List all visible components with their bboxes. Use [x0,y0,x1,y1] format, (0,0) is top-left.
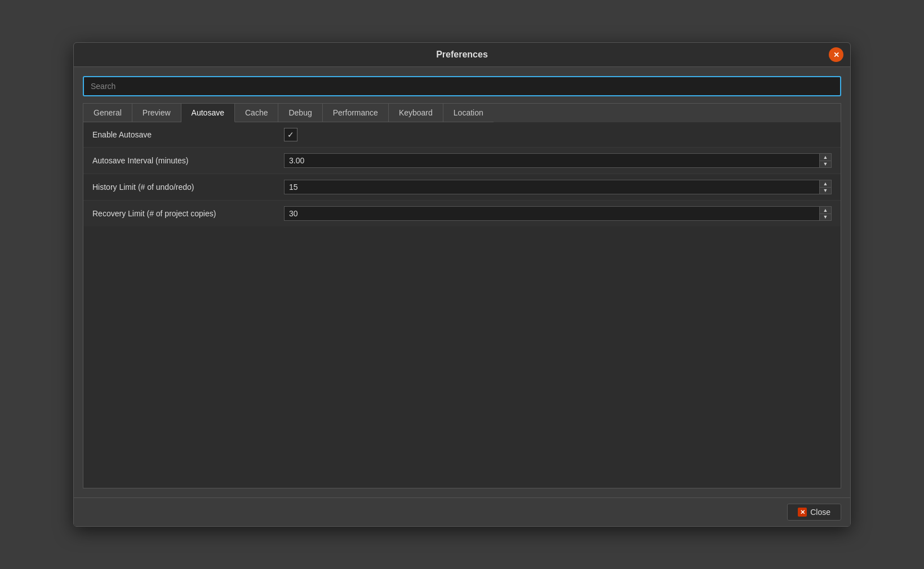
down-arrow-icon: ▼ [823,161,828,167]
enable-autosave-label: Enable Autosave [92,130,284,139]
autosave-interval-value: ▲ ▼ [284,153,832,168]
enable-autosave-checkbox[interactable]: ✓ [284,128,297,141]
titlebar-close-button[interactable]: ✕ [829,47,843,62]
dialog-title: Preferences [436,50,488,60]
settings-row-history-limit: History Limit (# of undo/redo) ▲ ▼ [83,174,841,201]
tab-preview[interactable]: Preview [132,104,181,122]
history-limit-spinbox-buttons: ▲ ▼ [819,180,831,194]
tab-general[interactable]: General [83,104,132,122]
recovery-limit-increment[interactable]: ▲ [820,207,831,214]
dialog-titlebar: Preferences ✕ [74,43,850,67]
autosave-interval-spinbox: ▲ ▼ [284,153,832,168]
enable-autosave-value: ✓ [284,128,832,141]
dialog-body: General Preview Autosave Cache Debug Per… [74,67,850,497]
close-button-label: Close [810,508,830,517]
tab-content-autosave: Enable Autosave ✓ Autosave Interval (min… [83,122,841,488]
autosave-interval-label: Autosave Interval (minutes) [92,156,284,165]
close-x-symbol: ✕ [800,509,805,516]
autosave-interval-input[interactable] [285,154,819,167]
recovery-limit-spinbox: ▲ ▼ [284,206,832,221]
history-limit-spinbox: ▲ ▼ [284,180,832,194]
dialog-footer: ✕ Close [74,497,850,526]
history-limit-increment[interactable]: ▲ [820,180,831,188]
tab-debug[interactable]: Debug [278,104,322,122]
history-limit-value: ▲ ▼ [284,180,832,194]
tabs-bar: General Preview Autosave Cache Debug Per… [83,103,841,122]
close-button[interactable]: ✕ Close [787,504,841,521]
settings-row-autosave-interval: Autosave Interval (minutes) ▲ ▼ [83,148,841,174]
up-arrow-icon: ▲ [823,181,828,186]
autosave-interval-increment[interactable]: ▲ [820,154,831,161]
close-button-x-icon: ✕ [798,508,807,517]
history-limit-decrement[interactable]: ▼ [820,188,831,194]
autosave-interval-decrement[interactable]: ▼ [820,161,831,168]
autosave-interval-spinbox-buttons: ▲ ▼ [819,154,831,167]
down-arrow-icon: ▼ [823,188,828,193]
tab-performance[interactable]: Performance [323,104,389,122]
tab-keyboard[interactable]: Keyboard [389,104,443,122]
recovery-limit-label: Recovery Limit (# of project copies) [92,209,284,218]
recovery-limit-value: ▲ ▼ [284,206,832,221]
preferences-dialog: Preferences ✕ General Preview Autosave C… [73,42,851,527]
titlebar-close-icon: ✕ [833,51,839,59]
settings-row-recovery-limit: Recovery Limit (# of project copies) ▲ ▼ [83,201,841,226]
up-arrow-icon: ▲ [823,207,828,213]
history-limit-label: History Limit (# of undo/redo) [92,183,284,192]
tab-cache[interactable]: Cache [235,104,278,122]
recovery-limit-spinbox-buttons: ▲ ▼ [819,207,831,220]
search-input[interactable] [83,76,841,96]
recovery-limit-input[interactable] [285,207,819,220]
recovery-limit-decrement[interactable]: ▼ [820,214,831,221]
tab-autosave[interactable]: Autosave [181,104,235,122]
checkbox-check: ✓ [287,130,294,139]
up-arrow-icon: ▲ [823,154,828,160]
settings-row-enable-autosave: Enable Autosave ✓ [83,122,841,148]
history-limit-input[interactable] [285,180,819,194]
down-arrow-icon: ▼ [823,214,828,220]
tab-location[interactable]: Location [443,104,494,122]
